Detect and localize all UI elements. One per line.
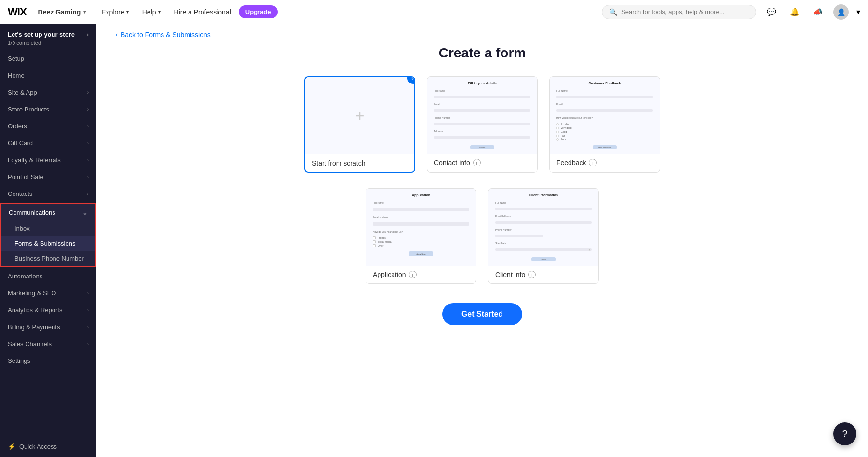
nav-items: Explore ▾ Help ▾ Hire a Professional Upg… — [95, 5, 592, 19]
get-started-button[interactable]: Get Started — [442, 303, 522, 325]
form-card-feedback[interactable]: Customer Feedback Full Name Email How wo… — [549, 76, 660, 173]
setup-expand-icon: › — [87, 31, 89, 38]
form-card-clientinfo[interactable]: Client Information Full Name Email Addre… — [488, 188, 599, 284]
sidebar-item-automations[interactable]: Automations — [0, 268, 96, 285]
sidebar-communications-header[interactable]: Communications ⌄ — [1, 204, 95, 221]
sidebar-item-site-app[interactable]: Site & App › — [0, 84, 96, 101]
get-started-container: Get Started — [96, 299, 868, 345]
form-grid-row2: Application Full Name Email Address How … — [96, 188, 868, 299]
main-layout: Let's set up your store › 1/9 completed … — [0, 24, 868, 457]
setup-label[interactable]: Let's set up your store › — [8, 31, 89, 38]
application-info-icon[interactable]: i — [409, 271, 417, 278]
upgrade-button[interactable]: Upgrade — [239, 5, 278, 18]
feedback-info-icon[interactable]: i — [589, 159, 597, 166]
avatar[interactable]: 👤 — [833, 4, 849, 20]
sidebar-item-pos[interactable]: Point of Sale › — [0, 168, 96, 185]
brand-selector[interactable]: Deez Gaming ▾ — [38, 8, 86, 16]
page-title: Create a form — [96, 45, 868, 61]
back-link[interactable]: ‹ Back to Forms & Submissions — [96, 24, 868, 45]
sidebar-business-phone[interactable]: Business Phone Number — [1, 251, 95, 266]
search-icon: 🔍 — [609, 8, 617, 16]
sidebar-item-settings[interactable]: Settings — [0, 352, 96, 369]
search-input[interactable] — [621, 8, 749, 15]
form-preview-scratch: + — [305, 77, 414, 154]
sidebar-item-setup[interactable]: Setup — [0, 50, 96, 67]
sidebar-item-sales-channels[interactable]: Sales Channels › — [0, 335, 96, 352]
sidebar-item-gift-card[interactable]: Gift Card › — [0, 135, 96, 152]
sidebar-item-orders[interactable]: Orders › — [0, 118, 96, 135]
nav-hire[interactable]: Hire a Professional — [168, 5, 237, 19]
notification-icon[interactable]: 🔔 — [787, 4, 802, 20]
form-preview-feedback: Customer Feedback Full Name Email How wo… — [550, 77, 660, 154]
chat-icon[interactable]: 💬 — [764, 4, 779, 20]
nav-explore[interactable]: Explore ▾ — [95, 5, 134, 19]
sidebar-section-communications: Communications ⌄ Inbox Forms & Submissio… — [0, 203, 96, 267]
form-preview-clientinfo: Client Information Full Name Email Addre… — [488, 189, 598, 266]
help-button[interactable]: ? — [833, 422, 856, 445]
top-nav: WIX Deez Gaming ▾ Explore ▾ Help ▾ Hire … — [0, 0, 868, 24]
form-label-scratch: Start from scratch — [305, 154, 414, 172]
sidebar-item-contacts[interactable]: Contacts › — [0, 185, 96, 202]
brand-name: Deez Gaming — [38, 8, 81, 16]
sidebar-item-marketing[interactable]: Marketing & SEO › — [0, 285, 96, 302]
sidebar-header: Let's set up your store › 1/9 completed — [0, 24, 96, 50]
form-preview-application: Application Full Name Email Address How … — [366, 189, 476, 266]
form-label-clientinfo: Client info i — [488, 266, 598, 283]
form-label-contact: Contact info i — [427, 154, 537, 171]
main-content: ‹ Back to Forms & Submissions Create a f… — [96, 24, 868, 457]
form-card-scratch[interactable]: ✓ + Start from scratch — [304, 76, 415, 173]
form-grid-row1: ✓ + Start from scratch Fill in your deta… — [96, 76, 868, 188]
form-card-application[interactable]: Application Full Name Email Address How … — [366, 188, 476, 284]
nav-right: 🔍 💬 🔔 📣 👤 ▾ — [602, 4, 860, 20]
progress-text: 1/9 completed — [8, 40, 89, 46]
sidebar-item-billing[interactable]: Billing & Payments › — [0, 319, 96, 335]
form-card-contact[interactable]: Fill in your details Full Name Email Pho… — [427, 76, 538, 173]
quick-access[interactable]: ⚡ Quick Access — [0, 436, 96, 457]
sidebar-item-store-products[interactable]: Store Products › — [0, 101, 96, 118]
search-bar[interactable]: 🔍 — [602, 5, 756, 19]
avatar-chevron: ▾ — [856, 7, 860, 16]
contact-info-icon[interactable]: i — [473, 159, 481, 166]
nav-help[interactable]: Help ▾ — [136, 5, 166, 19]
plus-icon: + — [355, 107, 365, 125]
sidebar: Let's set up your store › 1/9 completed … — [0, 24, 96, 457]
form-label-application: Application i — [366, 266, 476, 283]
sidebar-item-loyalty[interactable]: Loyalty & Referrals › — [0, 152, 96, 168]
sidebar-item-analytics[interactable]: Analytics & Reports › — [0, 302, 96, 319]
wix-logo: WIX — [8, 6, 27, 18]
clientinfo-info-icon[interactable]: i — [528, 271, 536, 278]
sidebar-inbox[interactable]: Inbox — [1, 221, 95, 236]
form-preview-contact: Fill in your details Full Name Email Pho… — [427, 77, 537, 154]
form-label-feedback: Feedback i — [550, 154, 660, 171]
brand-chevron: ▾ — [83, 9, 86, 14]
back-arrow-icon: ‹ — [116, 31, 118, 38]
sidebar-forms-submissions[interactable]: Forms & Submissions — [1, 236, 95, 251]
megaphone-icon[interactable]: 📣 — [810, 4, 826, 20]
sidebar-item-home[interactable]: Home — [0, 67, 96, 84]
quick-access-icon: ⚡ — [8, 443, 15, 450]
